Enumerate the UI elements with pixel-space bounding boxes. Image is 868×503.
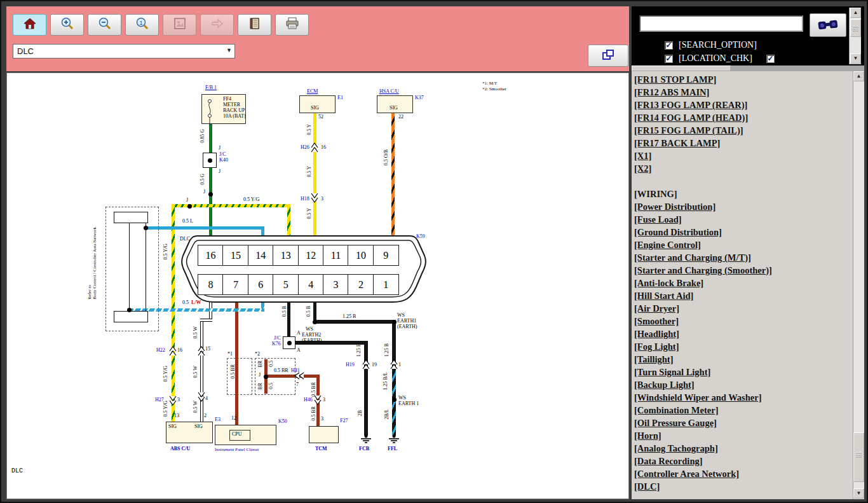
list-link[interactable]: [Horn]	[634, 429, 853, 442]
list-link[interactable]: [Windshield Wiper and Washer]	[634, 391, 853, 404]
list-link-label: [Starter and Charging (Smoother)]	[634, 265, 772, 275]
list-link[interactable]: [Starter and Charging (Smoother)]	[634, 264, 853, 277]
junction-dot	[264, 375, 268, 379]
wire-white-lower	[200, 322, 203, 422]
diagram-label: SIG	[168, 424, 177, 429]
diagram-label: 0.5 Y	[306, 166, 312, 177]
dlc-pin-14: 14	[248, 245, 274, 266]
wire-black-1.25B-horizontal	[313, 320, 396, 324]
list-link[interactable]: [FR14 FOG LAMP (HEAD)]	[634, 111, 853, 124]
zoom-100-button[interactable]: 1	[125, 14, 159, 36]
duplicate-window-button[interactable]	[588, 45, 628, 67]
diagram-label: WS	[306, 326, 313, 332]
dlc-pin-5: 5	[273, 274, 299, 295]
list-link-label: [Oil Pressure Gauge]	[634, 418, 717, 428]
list-link[interactable]: [FR11 STOP LAMP]	[634, 73, 853, 86]
diagram-label: 0.5	[268, 383, 274, 389]
zoom-in-button[interactable]	[50, 14, 84, 36]
list-link[interactable]: [Backup Light]	[634, 378, 853, 391]
list-link[interactable]: [Analog Tachograph]	[634, 442, 853, 455]
can-terminator-bottom	[114, 311, 148, 322]
list-link[interactable]: [X2]	[634, 162, 853, 175]
scroll-down-icon[interactable]: ▼	[850, 53, 861, 64]
list-link-label: [FR17 BACK LAMP]	[634, 138, 720, 148]
list-link-label: [Headlight]	[634, 329, 679, 339]
search-panel-scroll-thumb[interactable]	[850, 19, 861, 37]
system-dropdown[interactable]: DLC ▼	[13, 44, 235, 59]
list-link[interactable]: [FR15 FOG LAMP (TAIL)]	[634, 124, 853, 137]
component-instrument-panel-cluster[interactable]	[215, 425, 276, 445]
diagram-label: 3	[323, 397, 325, 403]
component-tcm[interactable]	[309, 426, 339, 443]
list-link-label: [Engine Control]	[634, 240, 701, 250]
list-link[interactable]: [X1]	[634, 149, 853, 162]
location-chk-checkbox-2[interactable]: ✓	[766, 55, 775, 63]
list-link[interactable]: [Power Distribution]	[634, 200, 853, 213]
diagram-label: (EARTH)	[302, 338, 322, 343]
junction-dot	[127, 308, 132, 312]
wiring-diagram-canvas[interactable]: 161514131211109 87654321 F/	[6, 72, 629, 499]
book-icon	[248, 17, 262, 33]
dlc-pin-15: 15	[222, 245, 248, 266]
dlc-connector-outline	[172, 232, 439, 308]
duplicate-window-icon	[601, 48, 615, 64]
list-link[interactable]: [Oil Pressure Gauge]	[634, 417, 853, 429]
scroll-up-icon[interactable]: ▲	[850, 8, 861, 18]
list-link[interactable]: [Ground Distribution]	[634, 226, 853, 238]
search-panel: ✓ [SEARCH_OPTION] ✓ [LOCATION_CHK] ✓ ▲ ▼	[632, 6, 864, 65]
search-input[interactable]	[639, 15, 803, 32]
search-panel-scrollbar[interactable]: ▲ ▼	[849, 8, 861, 64]
image-icon	[173, 17, 187, 32]
list-link[interactable]: [Data Recording]	[634, 455, 853, 467]
list-link[interactable]: [Fog Light]	[634, 340, 853, 353]
list-link[interactable]: [Turn Signal Light]	[634, 366, 853, 378]
list-link[interactable]: [Headlight]	[634, 327, 853, 340]
diagram-label: 7	[296, 382, 299, 387]
diagram-label: 3	[177, 397, 180, 403]
list-link[interactable]: [Air Dryer]	[634, 302, 853, 315]
location-chk-checkbox[interactable]: ✓	[665, 55, 673, 63]
search-option-checkbox[interactable]: ✓	[665, 41, 673, 50]
list-link[interactable]: [Starter and Charging (M/T)]	[634, 251, 853, 264]
list-scroll-down-icon[interactable]: ▼	[853, 488, 864, 499]
list-link[interactable]: [FR12 ABS MAIN]	[634, 86, 853, 99]
dlc-pin-1: 1	[373, 274, 399, 295]
list-link[interactable]: [Taillight]	[634, 353, 853, 366]
list-link[interactable]: [Hill Start Aid]	[634, 289, 853, 302]
dlc-pin-row-bottom: 87654321	[198, 274, 398, 295]
diagram-label: *2: Smoother	[482, 86, 506, 92]
manual-button[interactable]	[238, 14, 271, 36]
sidebar: ✓ [SEARCH_OPTION] ✓ [LOCATION_CHK] ✓ ▲ ▼…	[632, 6, 864, 499]
zoom-100-icon: 1	[135, 17, 149, 33]
search-option-label: [SEARCH_OPTION]	[679, 40, 757, 50]
list-link[interactable]: [Smoother]	[634, 315, 853, 327]
list-link[interactable]: [Anti-lock Brake]	[634, 277, 853, 289]
diagram-label: 1.25 B	[384, 343, 390, 357]
fuse-symbol	[205, 96, 217, 125]
list-link[interactable]: [Combination Meter]	[634, 404, 853, 417]
zoom-out-button[interactable]	[88, 14, 121, 36]
dlc-pin-12: 12	[298, 245, 324, 266]
list-link-label: [Ground Distribution]	[634, 227, 722, 237]
list-scroll-thumb[interactable]	[853, 432, 864, 482]
diagram-label: K59	[416, 233, 425, 239]
print-button[interactable]	[275, 14, 309, 36]
search-panel-hscroll-thumb[interactable]	[632, 65, 731, 71]
home-button[interactable]	[13, 14, 46, 36]
list-link[interactable]: [FR13 FOG LAMP (REAR)]	[634, 99, 853, 111]
list-scroll-up-icon[interactable]: ▲	[853, 71, 864, 81]
app-window: 1 DLC ▼	[0, 0, 868, 503]
list-link[interactable]: [DLC]	[634, 480, 853, 493]
list-link[interactable]: [FR17 BACK LAMP]	[634, 137, 853, 149]
diagram-label: 0.5 B	[306, 306, 311, 317]
list-link[interactable]: [Engine Control]	[634, 238, 853, 251]
connector-chevron-icon	[197, 390, 206, 403]
search-panel-hscrollbar[interactable]	[632, 65, 864, 71]
list-link[interactable]: [Controller Area Network]	[634, 467, 853, 480]
list-scrollbar[interactable]: ▲ ▼	[853, 71, 864, 499]
list-link[interactable]: [Fuse Load]	[634, 213, 853, 226]
search-button[interactable]	[810, 13, 846, 37]
diagram-label: H26	[301, 144, 309, 150]
diagram-label: J	[186, 197, 188, 203]
diagram-label: 13	[174, 413, 179, 418]
